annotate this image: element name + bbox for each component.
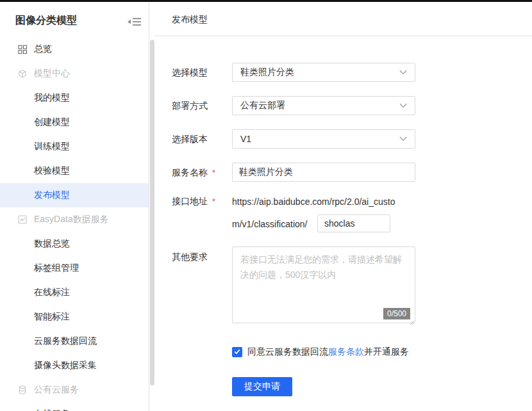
resize-handle[interactable]	[409, 317, 415, 323]
service-name-label-text: 服务名称	[172, 167, 208, 177]
sidebar-item-label: 在线服务	[34, 408, 70, 411]
model-cube-icon	[17, 68, 28, 79]
deploy-method-label: 部署方式	[172, 101, 229, 112]
agreement-checkbox[interactable]	[232, 347, 242, 357]
sidebar-item-data-overview[interactable]: 数据总览	[0, 232, 149, 256]
sidebar-section-public-cloud: 公有云服务	[0, 378, 149, 402]
sidebar-item-cloud-data-reflow[interactable]: 云服务数据回流	[0, 329, 149, 353]
service-name-label: 服务名称*	[172, 167, 229, 179]
sidebar-item-label: 发布模型	[34, 189, 70, 201]
api-suffix-input[interactable]	[317, 214, 390, 232]
sidebar-item-camera-data-collect[interactable]: 摄像头数据采集	[0, 353, 149, 378]
other-requirements-label: 其他要求	[172, 252, 229, 263]
sidebar-item-label: 数据总览	[34, 238, 70, 250]
sidebar-header: 图像分类模型	[0, 12, 149, 31]
service-name-input[interactable]	[232, 163, 415, 182]
required-asterisk: *	[212, 168, 215, 177]
agreement-text-before: 同意云服务数据回流	[247, 346, 328, 357]
page-header: 发布模型	[154, 2, 532, 36]
data-chart-icon	[17, 214, 28, 225]
sidebar-item-validate-model[interactable]: 校验模型	[0, 159, 149, 183]
main-panel: 发布模型 选择模型 鞋类照片分类 部署方式 公有云部署 选择版本 V1 服务名称…	[154, 0, 532, 411]
version-value: V1	[240, 134, 251, 144]
sidebar-item-label: 智能标注	[34, 311, 70, 323]
version-dropdown[interactable]: V1	[232, 129, 415, 149]
sidebar-item-label: 标签组管理	[34, 262, 79, 274]
collapse-menu-icon	[128, 19, 142, 29]
sidebar-item-create-model[interactable]: 创建模型	[0, 110, 149, 134]
agreement-text: 同意云服务数据回流服务条款并开通服务	[247, 346, 409, 358]
sidebar-item-label: 我的模型	[34, 92, 70, 104]
sidebar-nav: 总览 模型中心 我的模型 创建模型 训练模型 校验模型 发布模型	[0, 37, 149, 411]
select-model-value: 鞋类照片分类	[240, 67, 294, 78]
required-asterisk: *	[212, 197, 215, 206]
api-address-label: 接口地址*	[172, 196, 229, 207]
sidebar-item-my-models[interactable]: 我的模型	[0, 86, 149, 110]
grid-icon	[17, 44, 28, 54]
deploy-method-dropdown[interactable]: 公有云部署	[232, 96, 415, 115]
sidebar-section-label: 公有云服务	[34, 384, 79, 396]
chevron-down-icon	[399, 136, 407, 141]
sidebar-section-easydata: EasyData数据服务	[0, 207, 149, 232]
version-label: 选择版本	[172, 134, 229, 145]
api-url-line2: m/v1/classification/	[232, 218, 307, 230]
api-address-label-text: 接口地址	[172, 196, 208, 206]
sidebar-item-label-group[interactable]: 标签组管理	[0, 256, 149, 280]
collapse-sidebar-button[interactable]	[128, 17, 142, 27]
sidebar-item-label: 创建模型	[34, 117, 70, 128]
sidebar-item-label: 云服务数据回流	[34, 335, 97, 347]
select-model-dropdown[interactable]: 鞋类照片分类	[232, 63, 415, 82]
database-icon	[17, 385, 28, 395]
sidebar-item-smart-annotation[interactable]: 智能标注	[0, 305, 149, 329]
sidebar: 图像分类模型 总览	[0, 0, 149, 411]
sidebar-item-online-annotation[interactable]: 在线标注	[0, 280, 149, 305]
terms-of-service-link[interactable]: 服务条款	[328, 346, 364, 357]
sidebar-item-train-model[interactable]: 训练模型	[0, 134, 149, 159]
window-top-edge	[0, 0, 532, 2]
agreement-text-after: 并开通服务	[364, 346, 409, 357]
submit-application-button[interactable]: 提交申请	[232, 377, 292, 396]
sidebar-title: 图像分类模型	[15, 14, 77, 28]
chevron-down-icon	[399, 103, 407, 108]
sidebar-item-online-service[interactable]: 在线服务	[0, 402, 149, 411]
sidebar-item-publish-model[interactable]: 发布模型	[0, 183, 149, 207]
sidebar-item-label: 总览	[34, 44, 52, 55]
page-title: 发布模型	[172, 14, 208, 26]
deploy-method-value: 公有云部署	[240, 100, 285, 111]
agreement-row: 同意云服务数据回流服务条款并开通服务	[232, 346, 409, 358]
api-url-line1: https://aip.baidubce.com/rpc/2.0/ai_cust…	[232, 196, 395, 207]
sidebar-item-label: 在线标注	[34, 287, 70, 298]
check-icon	[233, 347, 241, 357]
sidebar-scrollbar-thumb[interactable]	[150, 40, 154, 385]
other-requirements-field: 0/500	[232, 246, 415, 323]
sidebar-item-overview[interactable]: 总览	[0, 37, 149, 61]
sidebar-section-model-center: 模型中心	[0, 61, 149, 86]
select-model-label: 选择模型	[172, 67, 229, 79]
sidebar-item-label: 训练模型	[34, 141, 70, 152]
sidebar-section-label: EasyData数据服务	[34, 214, 109, 225]
sidebar-item-label: 校验模型	[34, 165, 70, 177]
chevron-down-icon	[399, 70, 407, 75]
char-counter-badge: 0/500	[383, 308, 410, 319]
sidebar-item-label: 摄像头数据采集	[34, 360, 97, 371]
sidebar-section-label: 模型中心	[34, 68, 70, 79]
